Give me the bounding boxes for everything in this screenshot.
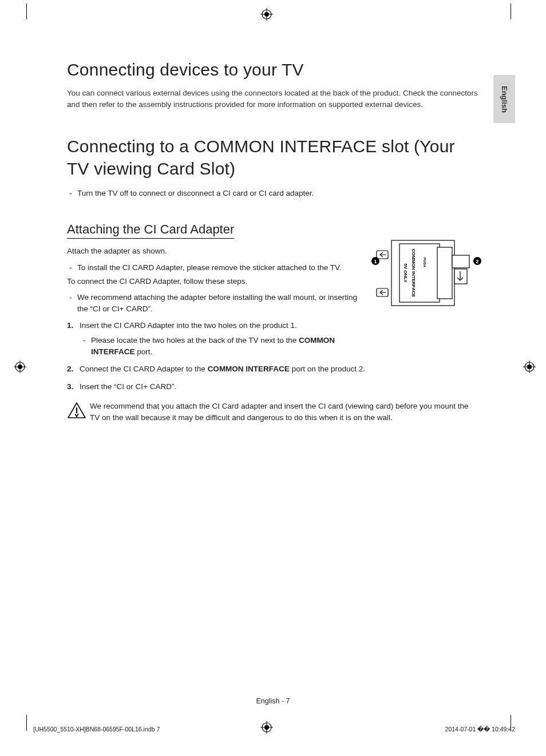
text-attach-adapter: Attach the adapter as shown.: [67, 246, 365, 257]
svg-text:COMMON INTERFACE: COMMON INTERFACE: [411, 249, 416, 298]
intro-paragraph: You can connect various external devices…: [67, 88, 479, 110]
subheading-attaching: Attaching the CI Card Adapter: [67, 222, 234, 239]
step-2: Connect the CI CARD Adapter to the COMMO…: [67, 363, 479, 375]
svg-text:5V ONLY: 5V ONLY: [403, 263, 408, 283]
note-recommend-before-mount: -We recommend attaching the adapter befo…: [69, 292, 365, 315]
registration-mark-left: [14, 361, 26, 373]
text-follow-steps: To connect the CI CARD Adapter, follow t…: [67, 276, 365, 287]
language-tab: English: [493, 75, 515, 123]
page-footer-center: English - 7: [0, 697, 546, 705]
warning-icon: [67, 401, 90, 424]
warning-text: We recommend that you attach the CI Card…: [90, 401, 479, 424]
step-1: Insert the CI CARD Adapter into the two …: [67, 320, 365, 358]
step-1-sub: - Please locate the two holes at the bac…: [83, 335, 365, 358]
ci-card-adapter-figure: 1 COMMON INTERFACE 5V ONLY PUSH 2: [369, 236, 483, 310]
footer-timestamp: 2014-07-01 �� 10:49:42: [445, 726, 515, 733]
svg-rect-23: [437, 247, 452, 299]
footer-file-path: [UH5500_5510-XH]BN68-06595F-00L16.indb 7: [33, 726, 160, 733]
registration-mark-top: [260, 8, 273, 21]
step-3: Insert the “CI or CI+ CARD”.: [67, 381, 479, 393]
svg-rect-27: [452, 255, 469, 268]
note-turn-off: -Turn the TV off to connect or disconnec…: [69, 188, 479, 199]
svg-rect-28: [454, 269, 467, 284]
note-remove-sticker: -To install the CI CARD Adapter, please …: [69, 262, 365, 274]
registration-mark-right: [523, 361, 536, 373]
heading-connecting-devices: Connecting devices to your TV: [67, 60, 479, 80]
heading-common-interface: Connecting to a COMMON INTERFACE slot (Y…: [67, 135, 479, 180]
svg-text:PUSH: PUSH: [423, 258, 426, 267]
svg-text:1: 1: [374, 259, 377, 264]
language-tab-label: English: [500, 86, 509, 113]
svg-text:2: 2: [476, 259, 478, 264]
